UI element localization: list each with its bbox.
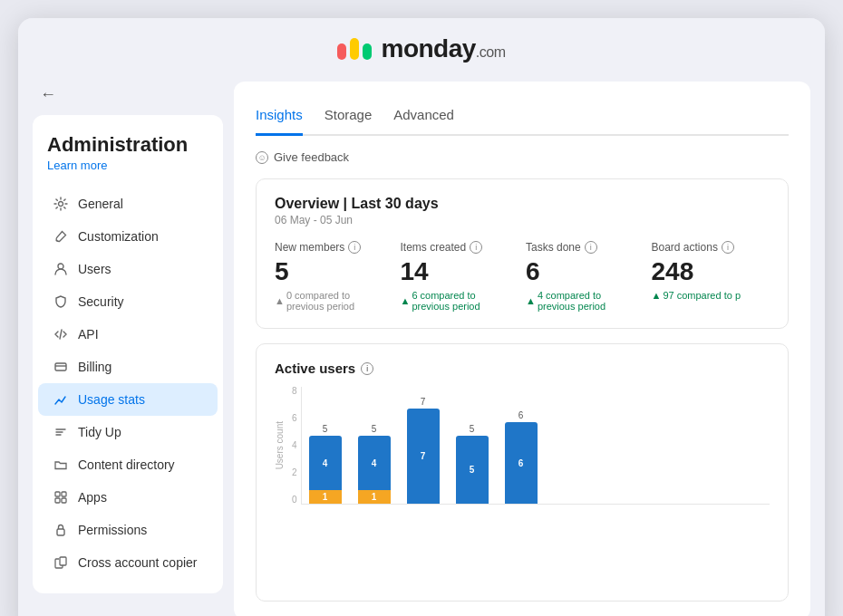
user-icon — [53, 261, 69, 277]
lock-icon — [53, 522, 69, 538]
metric-tasks-done-change: ▲ 4 compared to previous period — [526, 290, 634, 312]
main-content: Insights Storage Advanced ☺ Give feedbac… — [234, 82, 810, 616]
metric-board-actions-change: ▲ 97 compared to p — [652, 290, 760, 301]
gear-icon — [53, 196, 69, 212]
sidebar-item-customization[interactable]: Customization — [38, 220, 218, 253]
chart-bars: 541541775566 — [301, 387, 770, 505]
learn-more-link[interactable]: Learn more — [47, 159, 107, 172]
tidy-icon — [53, 424, 69, 440]
chart-wrapper: Users count 8 6 4 2 0 541541775566 — [275, 387, 770, 505]
sidebar-item-tidy-up[interactable]: Tidy Up — [38, 416, 218, 448]
metric-new-members-value: 5 — [275, 257, 383, 286]
svg-point-3 — [59, 202, 63, 207]
tab-advanced[interactable]: Advanced — [393, 100, 454, 136]
svg-rect-11 — [57, 529, 64, 535]
metric-new-members: New members i 5 ▲ 0 compared to previous… — [275, 241, 393, 312]
card-icon — [53, 359, 69, 375]
metric-board-actions: Board actions i 248 ▲ 97 compared to p — [652, 241, 770, 312]
chart-col-2: 77 — [407, 397, 440, 504]
back-button[interactable]: ← — [33, 82, 63, 108]
svg-point-4 — [56, 240, 58, 242]
sidebar-item-cross-account-copier-label: Cross account copier — [78, 555, 198, 570]
tab-insights[interactable]: Insights — [256, 100, 303, 136]
sidebar-item-usage-stats-label: Usage stats — [78, 392, 145, 407]
sidebar-item-users[interactable]: Users — [38, 253, 218, 285]
feedback-label: Give feedback — [274, 150, 349, 164]
metric-tasks-done: Tasks done i 6 ▲ 4 compared to previous … — [526, 241, 644, 312]
active-users-title: Active users i — [275, 361, 770, 376]
folder-icon — [53, 457, 69, 473]
svg-rect-9 — [55, 498, 60, 503]
info-icon-tasks: i — [585, 241, 597, 254]
sidebar-item-content-directory[interactable]: Content directory — [38, 448, 218, 481]
sidebar-header: Administration Learn more — [33, 133, 223, 188]
sidebar-item-usage-stats[interactable]: Usage stats — [38, 383, 218, 416]
y-axis: 8 6 4 2 0 — [292, 387, 297, 505]
sidebar-panel: Administration Learn more General — [33, 115, 223, 593]
sidebar-item-security-label: Security — [78, 294, 124, 309]
y-axis-label: Users count — [275, 421, 285, 469]
metric-items-created-label: Items created — [401, 241, 467, 254]
apps-icon — [53, 489, 69, 505]
sidebar-item-apps[interactable]: Apps — [38, 481, 218, 514]
sidebar-title: Administration — [47, 133, 208, 157]
tabs-bar: Insights Storage Advanced — [256, 100, 789, 136]
svg-rect-7 — [55, 492, 60, 496]
metric-tasks-done-label: Tasks done — [526, 241, 581, 254]
sidebar-item-permissions-label: Permissions — [78, 523, 147, 537]
svg-rect-0 — [337, 43, 346, 60]
sidebar-item-customization-label: Customization — [78, 229, 159, 244]
chart-col-4: 66 — [505, 410, 538, 504]
sidebar-item-cross-account-copier[interactable]: Cross account copier — [38, 546, 218, 579]
chart-col-1: 541 — [358, 424, 391, 504]
app-window: monday.com ← Administration Learn more G… — [18, 18, 825, 616]
sidebar-item-billing-label: Billing — [78, 360, 111, 374]
overview-subtitle: 06 May - 05 Jun — [275, 214, 770, 226]
active-users-card: Active users i Users count 8 6 4 2 0 — [256, 343, 789, 602]
info-icon-items: i — [470, 241, 482, 254]
svg-rect-12 — [60, 557, 66, 565]
chart-col-0: 541 — [309, 424, 342, 504]
sidebar-item-api-label: API — [78, 327, 99, 342]
shield-icon — [53, 294, 69, 310]
svg-rect-2 — [363, 43, 372, 60]
overview-card: Overview | Last 30 days 06 May - 05 Jun … — [256, 178, 789, 329]
feedback-icon: ☺ — [256, 151, 268, 164]
sidebar-item-tidy-up-label: Tidy Up — [78, 425, 121, 439]
main-area: ← Administration Learn more General — [18, 72, 825, 616]
svg-point-5 — [58, 264, 63, 269]
sidebar-item-api[interactable]: API — [38, 318, 218, 351]
top-bar: monday.com — [18, 18, 825, 72]
sidebar-item-general-label: General — [78, 197, 123, 211]
chart-col-3: 55 — [456, 424, 489, 504]
info-icon-board: i — [722, 241, 734, 254]
sidebar-item-users-label: Users — [78, 262, 111, 276]
sidebar-item-content-directory-label: Content directory — [78, 457, 175, 472]
feedback-row[interactable]: ☺ Give feedback — [256, 150, 789, 164]
metric-tasks-done-value: 6 — [526, 257, 634, 286]
logo-text: monday.com — [381, 34, 505, 63]
info-icon-active-users: i — [361, 362, 373, 375]
svg-rect-10 — [62, 498, 66, 503]
chart-icon — [53, 391, 69, 408]
tab-storage[interactable]: Storage — [325, 100, 373, 136]
sidebar-nav: General Customization Users — [33, 188, 223, 579]
sidebar-item-billing[interactable]: Billing — [38, 351, 218, 383]
metric-new-members-label: New members — [275, 241, 344, 254]
sidebar: ← Administration Learn more General — [33, 82, 223, 616]
svg-rect-1 — [350, 38, 359, 60]
svg-rect-8 — [62, 492, 66, 496]
svg-rect-6 — [55, 363, 66, 371]
sidebar-item-security[interactable]: Security — [38, 285, 218, 318]
metrics-row: New members i 5 ▲ 0 compared to previous… — [275, 241, 770, 312]
brush-icon — [53, 228, 69, 245]
overview-title: Overview | Last 30 days — [275, 196, 770, 212]
logo-icon — [337, 34, 375, 63]
sidebar-item-permissions[interactable]: Permissions — [38, 514, 218, 546]
sidebar-item-general[interactable]: General — [38, 188, 218, 220]
metric-board-actions-value: 248 — [652, 257, 760, 286]
metric-items-created-value: 14 — [401, 257, 509, 286]
metric-items-created-change: ▲ 6 compared to previous period — [401, 290, 509, 312]
code-icon — [53, 326, 69, 342]
logo: monday.com — [337, 34, 505, 63]
